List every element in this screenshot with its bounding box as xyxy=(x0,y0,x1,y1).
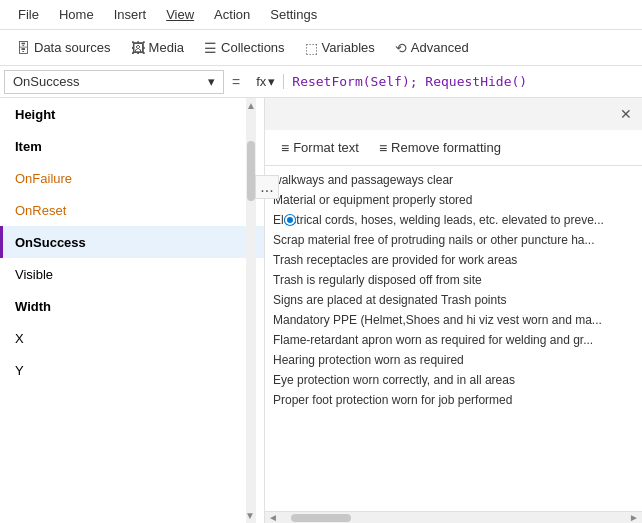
prop-onsuccess[interactable]: OnSuccess xyxy=(0,226,264,258)
text-line-1: Material or equipment properly stored xyxy=(273,190,634,210)
text-line-4: Trash receptacles are provided for work … xyxy=(273,250,634,270)
variables-button[interactable]: ⬚ Variables xyxy=(297,36,383,60)
prop-visible[interactable]: Visible xyxy=(0,258,264,290)
connector-dot xyxy=(285,215,295,225)
data-sources-button[interactable]: 🗄 Data sources xyxy=(8,36,119,60)
menu-insert[interactable]: Insert xyxy=(104,3,157,26)
prop-x[interactable]: X xyxy=(0,322,264,354)
format-text-button[interactable]: ≡ Format text xyxy=(273,136,367,160)
text-line-5: Trash is regularly disposed off from sit… xyxy=(273,270,634,290)
media-icon: 🖼 xyxy=(131,40,145,56)
format-text-label: Format text xyxy=(293,140,359,155)
text-line-7: Mandatory PPE (Helmet,Shoes and hi viz v… xyxy=(273,310,634,330)
horizontal-scrollbar[interactable]: ◄ ► xyxy=(265,511,642,523)
media-label: Media xyxy=(149,40,184,55)
menu-file[interactable]: File xyxy=(8,3,49,26)
menu-home[interactable]: Home xyxy=(49,3,104,26)
dialog-topbar: ✕ xyxy=(265,98,642,130)
prop-onsuccess-label: OnSuccess xyxy=(15,235,86,250)
remove-formatting-icon: ≡ xyxy=(379,140,387,156)
text-line-6: Signs are placed at designated Trash poi… xyxy=(273,290,634,310)
toolbar: 🗄 Data sources 🖼 Media ☰ Collections ⬚ V… xyxy=(0,30,642,66)
property-dropdown-value: OnSuccess xyxy=(13,74,79,89)
data-sources-icon: 🗄 xyxy=(16,40,30,56)
dropdown-chevron-icon: ▾ xyxy=(208,74,215,89)
advanced-icon: ⟲ xyxy=(395,40,407,56)
prop-x-label: X xyxy=(15,331,24,346)
scroll-left-arrow[interactable]: ◄ xyxy=(265,512,281,523)
equals-sign: = xyxy=(224,74,248,90)
text-line-10: Eye protection worn correctly, and in al… xyxy=(273,370,634,390)
prop-height-label: Height xyxy=(15,107,55,122)
prop-width[interactable]: Width xyxy=(0,290,264,322)
variables-icon: ⬚ xyxy=(305,40,318,56)
prop-item[interactable]: Item xyxy=(0,130,264,162)
text-line-3: Scrap material free of protruding nails … xyxy=(273,230,634,250)
menu-action[interactable]: Action xyxy=(204,3,260,26)
scroll-right-arrow[interactable]: ► xyxy=(626,512,642,523)
text-line-2: Electrical cords, hoses, welding leads, … xyxy=(273,210,634,230)
scroll-thumb[interactable] xyxy=(247,141,255,201)
main-area: Height Item OnFailure OnReset OnSuccess … xyxy=(0,98,642,523)
text-line-9: Hearing protection worn as required xyxy=(273,350,634,370)
scroll-down-arrow[interactable]: ▼ xyxy=(245,510,255,521)
collections-label: Collections xyxy=(221,40,285,55)
prop-item-label: Item xyxy=(15,139,42,154)
property-dropdown[interactable]: OnSuccess ▾ xyxy=(4,70,224,94)
prop-width-label: Width xyxy=(15,299,51,314)
prop-onreset-label: OnReset xyxy=(15,203,66,218)
fx-button[interactable]: fx ▾ xyxy=(248,74,284,89)
dots-icon: ... xyxy=(260,178,273,196)
format-toolbar: ≡ Format text ≡ Remove formatting xyxy=(265,130,642,166)
prop-y[interactable]: Y xyxy=(0,354,264,386)
menu-view[interactable]: View xyxy=(156,3,204,26)
advanced-label: Advanced xyxy=(411,40,469,55)
prop-onfailure-label: OnFailure xyxy=(15,171,72,186)
data-sources-label: Data sources xyxy=(34,40,111,55)
more-options-button[interactable]: ... xyxy=(255,175,279,199)
formula-input[interactable]: ResetForm(Self); RequestHide() xyxy=(284,74,638,89)
left-scrollbar[interactable]: ▲ ▼ xyxy=(246,98,256,523)
menubar: File Home Insert View Action Settings xyxy=(0,0,642,30)
text-line-0: walkways and passageways clear xyxy=(273,170,634,190)
menu-settings[interactable]: Settings xyxy=(260,3,327,26)
prop-visible-label: Visible xyxy=(15,267,53,282)
property-list-panel: Height Item OnFailure OnReset OnSuccess … xyxy=(0,98,265,523)
fx-chevron-icon: ▾ xyxy=(268,74,275,89)
text-content-area: walkways and passageways clear Material … xyxy=(265,166,642,511)
prop-onfailure[interactable]: OnFailure xyxy=(0,162,264,194)
advanced-button[interactable]: ⟲ Advanced xyxy=(387,36,477,60)
right-panel: ✕ ≡ Format text ≡ Remove formatting walk… xyxy=(265,98,642,523)
collections-button[interactable]: ☰ Collections xyxy=(196,36,293,60)
remove-formatting-label: Remove formatting xyxy=(391,140,501,155)
text-line-11: Proper foot protection worn for job perf… xyxy=(273,390,634,410)
format-text-icon: ≡ xyxy=(281,140,289,156)
fx-label: fx xyxy=(256,74,266,89)
media-button[interactable]: 🖼 Media xyxy=(123,36,192,60)
prop-y-label: Y xyxy=(15,363,24,378)
remove-formatting-button[interactable]: ≡ Remove formatting xyxy=(371,136,509,160)
property-list: Height Item OnFailure OnReset OnSuccess … xyxy=(0,98,264,523)
scroll-up-arrow[interactable]: ▲ xyxy=(246,98,256,111)
close-button[interactable]: ✕ xyxy=(614,102,638,126)
prop-onreset[interactable]: OnReset xyxy=(0,194,264,226)
variables-label: Variables xyxy=(322,40,375,55)
h-scroll-thumb[interactable] xyxy=(291,514,351,522)
text-line-8: Flame-retardant apron worn as required f… xyxy=(273,330,634,350)
collections-icon: ☰ xyxy=(204,40,217,56)
formulabar: OnSuccess ▾ = fx ▾ ResetForm(Self); Requ… xyxy=(0,66,642,98)
prop-height[interactable]: Height xyxy=(0,98,264,130)
